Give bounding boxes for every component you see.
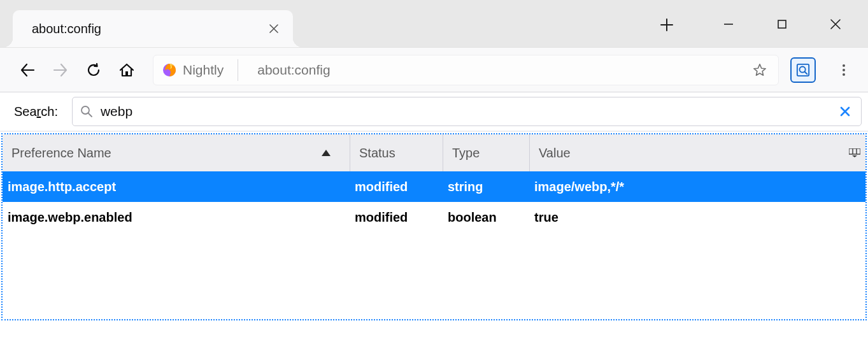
nav-toolbar: Nightly about:config [0,48,868,92]
close-window-button[interactable] [826,15,845,34]
star-icon [753,63,767,77]
identity-box[interactable]: Nightly [162,59,238,81]
column-picker-icon [849,148,860,157]
pref-status: modified [350,210,443,225]
home-icon [118,62,135,78]
pref-name: image.webp.enabled [3,210,350,225]
brand-label: Nightly [183,62,224,78]
pref-type: boolean [443,210,529,225]
column-header-status[interactable]: Status [350,134,443,171]
pref-value: true [529,210,865,225]
pref-row[interactable]: image.webp.enabledmodifiedbooleantrue [3,202,865,233]
sort-ascending-icon [322,150,331,156]
app-menu-button[interactable] [831,57,857,83]
forward-button[interactable] [46,55,75,85]
pref-row[interactable]: image.http.acceptmodifiedstringimage/web… [3,171,865,202]
bookmark-button[interactable] [750,55,769,85]
home-button[interactable] [112,55,141,85]
search-icon [80,105,93,118]
svg-rect-1 [125,71,128,76]
reload-icon [86,62,101,78]
tab-strip: about:config [0,0,868,48]
pref-status: modified [350,180,443,194]
search-input[interactable] [101,104,829,119]
pref-type: string [443,180,529,194]
column-header-name[interactable]: Preference Name [3,134,350,171]
arrow-left-icon [19,62,36,78]
back-button[interactable] [13,55,42,85]
maximize-icon [777,19,787,29]
close-icon [840,106,850,117]
prefs-tree: Preference Name Status Type Value image.… [1,133,867,320]
svg-point-8 [82,106,89,114]
magnify-page-icon [796,63,810,77]
reload-button[interactable] [79,55,108,85]
firefox-icon [162,63,176,77]
svg-point-6 [843,69,845,71]
column-header-value[interactable]: Value [529,134,865,171]
minimize-icon [723,18,734,30]
pref-name: image.http.accept [3,180,350,194]
pref-value: image/webp,*/* [529,180,865,194]
plus-icon [660,18,674,32]
search-box [72,97,862,126]
svg-rect-9 [849,148,860,154]
close-tab-button[interactable] [266,21,281,36]
clear-search-button[interactable] [837,103,853,120]
url-text: about:config [247,62,741,78]
column-picker-button[interactable] [846,145,863,161]
tab-title: about:config [32,22,266,36]
url-bar[interactable]: Nightly about:config [153,55,779,85]
column-header-type[interactable]: Type [443,134,529,171]
close-icon [830,18,841,30]
window-controls [719,0,868,48]
new-tab-button[interactable] [657,15,676,34]
prefs-rows: image.http.acceptmodifiedstringimage/web… [3,171,865,319]
svg-point-7 [843,73,845,76]
minimize-button[interactable] [719,15,738,34]
column-headers: Preference Name Status Type Value [3,134,865,171]
config-search-row: Search: [0,92,868,132]
search-label: Search: [14,104,58,119]
browser-tab[interactable]: about:config [13,10,293,47]
reader-or-search-button[interactable] [790,57,816,83]
kebab-icon [837,64,850,76]
svg-rect-0 [778,20,786,28]
arrow-right-icon [52,62,69,78]
close-icon [269,24,278,33]
maximize-button[interactable] [772,15,792,34]
svg-point-5 [843,64,845,67]
